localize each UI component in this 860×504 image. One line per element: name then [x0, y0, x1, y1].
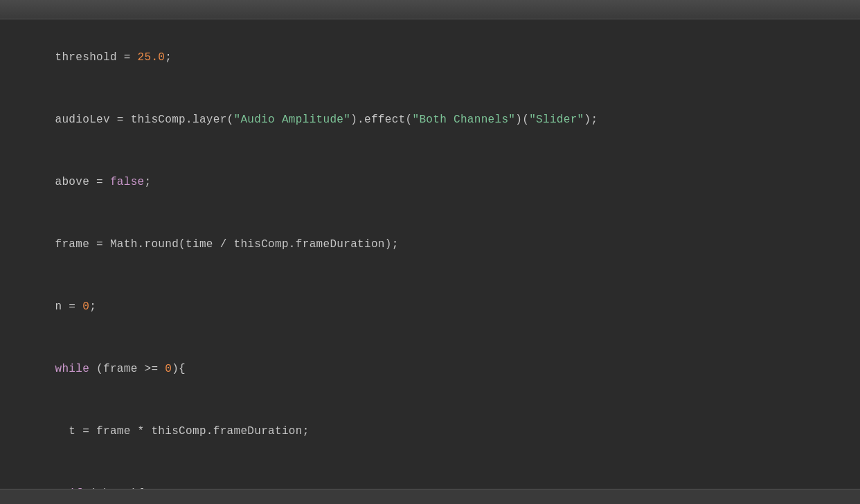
code-line-7: t = frame * thisComp.frameDuration;	[14, 400, 846, 462]
code-line-8: if (above){	[14, 462, 846, 489]
code-line-5: n = 0;	[14, 276, 846, 338]
bottom-bar	[0, 489, 860, 504]
code-line-6: while (frame >= 0){	[14, 338, 846, 400]
code-content: threshold = 25.0; audioLev = thisComp.la…	[0, 26, 860, 489]
top-bar	[0, 0, 860, 19]
code-line-2: audioLev = thisComp.layer("Audio Amplitu…	[14, 89, 846, 151]
code-line-4: frame = Math.round(time / thisComp.frame…	[14, 213, 846, 276]
code-line-3: above = false;	[14, 151, 846, 213]
code-editor: threshold = 25.0; audioLev = thisComp.la…	[0, 19, 860, 489]
code-line-1: threshold = 25.0;	[14, 26, 846, 89]
